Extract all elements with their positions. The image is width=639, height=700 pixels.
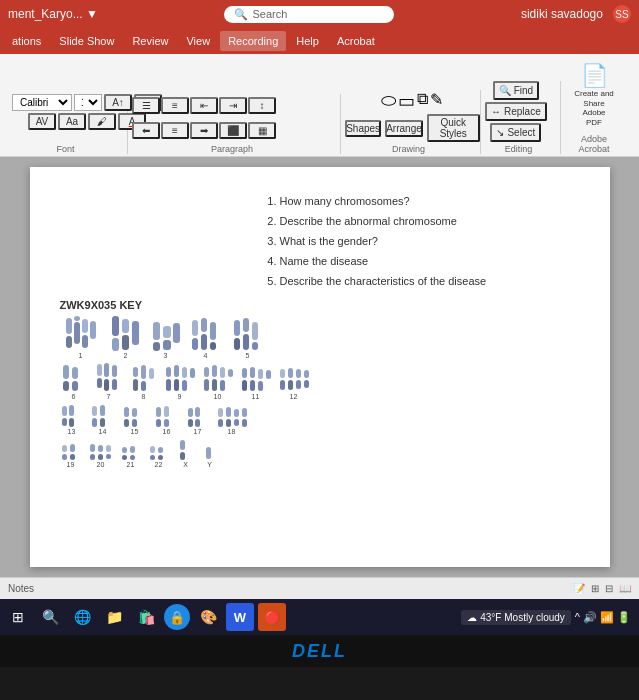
chr-16: 16: [154, 406, 180, 435]
menu-acrobat[interactable]: Acrobat: [329, 31, 383, 51]
svg-rect-80: [100, 418, 105, 427]
create-share-pdf-btn[interactable]: 📄 Create and Share Adobe PDF: [565, 58, 623, 132]
svg-rect-56: [220, 380, 225, 391]
shape-edit-icon: ✎: [430, 90, 443, 112]
svg-rect-11: [132, 321, 139, 345]
arrange-btn[interactable]: Arrange: [385, 120, 423, 137]
quick-styles-btn[interactable]: Quick Styles: [427, 114, 480, 142]
svg-rect-94: [218, 419, 223, 427]
svg-rect-90: [188, 419, 193, 427]
karyotype-row-3: 13 14: [60, 404, 580, 435]
svg-rect-118: [158, 455, 163, 460]
menu-slideshow[interactable]: Slide Show: [51, 31, 122, 51]
font-size-selector[interactable]: 14: [74, 94, 102, 111]
svg-rect-99: [242, 408, 247, 417]
shape-rect-icon: ▭: [398, 90, 415, 112]
search-icon: 🔍: [234, 8, 248, 21]
search-box[interactable]: 🔍 Search: [224, 6, 394, 23]
number-list-btn[interactable]: ≡: [161, 97, 189, 114]
taskbar-windows-btn[interactable]: ⊞: [4, 603, 32, 631]
svg-rect-38: [112, 379, 117, 390]
weather-widget[interactable]: ☁ 43°F Mostly cloudy: [461, 610, 571, 625]
svg-rect-101: [62, 445, 67, 452]
svg-rect-88: [164, 419, 169, 427]
svg-rect-12: [153, 322, 160, 340]
find-btn[interactable]: 🔍 Find: [493, 81, 539, 100]
grid-icon[interactable]: ⊞: [591, 583, 599, 594]
chr-18: 18: [216, 406, 248, 435]
chr-17: 17: [186, 406, 210, 435]
shape-oval-icon: ⬭: [381, 90, 396, 112]
chr-19: 19: [60, 443, 82, 468]
svg-rect-66: [280, 380, 285, 390]
reading-icon[interactable]: 📖: [619, 583, 631, 594]
align-center-btn[interactable]: ≡: [161, 122, 189, 139]
svg-rect-72: [304, 380, 309, 388]
spacing-btn[interactable]: AV: [28, 113, 56, 130]
taskbar-word-btn[interactable]: W: [226, 603, 254, 631]
bullet-list-btn[interactable]: ☰: [132, 97, 160, 114]
justify-btn[interactable]: ⬛: [219, 122, 247, 139]
notes-label[interactable]: Notes: [8, 583, 34, 594]
taskbar-ppt-btn[interactable]: 🔴: [258, 603, 286, 631]
menu-animations[interactable]: ations: [4, 31, 49, 51]
decrease-indent-btn[interactable]: ⇤: [190, 97, 218, 114]
taskbar-folder-btn[interactable]: 📁: [100, 603, 128, 631]
svg-rect-111: [122, 447, 127, 453]
svg-rect-3: [74, 316, 80, 321]
menu-review[interactable]: Review: [124, 31, 176, 51]
font-aa-btn[interactable]: Aa: [58, 113, 86, 130]
slide-key-label: ZWK9X035 KEY: [60, 299, 580, 311]
karyotype-row-1: 1 2: [60, 316, 580, 359]
svg-rect-52: [204, 379, 209, 391]
shapes-btn[interactable]: Shapes: [345, 120, 381, 137]
menu-recording[interactable]: Recording: [220, 31, 286, 51]
menu-view[interactable]: View: [178, 31, 218, 51]
svg-rect-79: [100, 405, 105, 416]
select-btn[interactable]: ↘ Select: [490, 123, 541, 142]
svg-rect-27: [252, 322, 258, 340]
clear-format-btn[interactable]: 🖌: [88, 113, 116, 130]
taskbar-paint-btn[interactable]: 🎨: [194, 603, 222, 631]
battery-icon[interactable]: 🔋: [617, 611, 631, 624]
app-title[interactable]: ment_Karyo... ▼: [8, 7, 98, 21]
ribbon-group-paragraph: ☰ ≡ ⇤ ⇥ ↕ ⬅ ≡ ➡ ⬛ ▦ Paragraph: [128, 94, 341, 154]
svg-rect-106: [90, 454, 95, 460]
svg-rect-13: [153, 342, 160, 351]
svg-rect-41: [141, 365, 146, 379]
taskbar-browser-btn[interactable]: 🌐: [68, 603, 96, 631]
svg-rect-49: [182, 380, 187, 391]
shape-arrange-icon: ⧉: [417, 90, 428, 112]
svg-rect-83: [132, 408, 137, 417]
svg-rect-20: [201, 334, 207, 350]
fit-icon[interactable]: ⊟: [605, 583, 613, 594]
chevron-up-icon[interactable]: ^: [575, 611, 580, 624]
svg-rect-86: [156, 419, 161, 427]
font-family-selector[interactable]: Calibri: [12, 94, 72, 111]
taskbar-search-btn[interactable]: 🔍: [36, 603, 64, 631]
align-left-btn[interactable]: ⬅: [132, 122, 160, 139]
karyotype-row-2: 6 7: [60, 363, 580, 400]
svg-rect-64: [266, 370, 271, 379]
increase-indent-btn[interactable]: ⇥: [219, 97, 247, 114]
chr-Y: Y: [202, 445, 218, 468]
taskbar-icon-blue[interactable]: 🔒: [164, 604, 190, 630]
align-right-btn[interactable]: ➡: [190, 122, 218, 139]
columns-btn[interactable]: ▦: [248, 122, 276, 139]
svg-rect-5: [82, 335, 88, 348]
sound-icon[interactable]: 🔊: [583, 611, 597, 624]
paragraph-group-label: Paragraph: [132, 142, 332, 154]
menu-help[interactable]: Help: [288, 31, 327, 51]
wifi-icon[interactable]: 📶: [600, 611, 614, 624]
username: sidiki savadogo: [521, 7, 603, 21]
svg-rect-33: [97, 364, 102, 376]
replace-btn[interactable]: ↔ Replace: [485, 102, 547, 121]
svg-rect-95: [226, 407, 231, 417]
line-spacing-btn[interactable]: ↕: [248, 97, 276, 114]
slide[interactable]: How many chromosomes? Describe the abnor…: [30, 167, 610, 567]
svg-rect-31: [72, 367, 78, 379]
drawing-group-label: Drawing: [345, 142, 472, 154]
taskbar-store-btn[interactable]: 🛍️: [132, 603, 160, 631]
notes-icon[interactable]: 📝: [573, 583, 585, 594]
chr-7: 7: [94, 363, 124, 400]
